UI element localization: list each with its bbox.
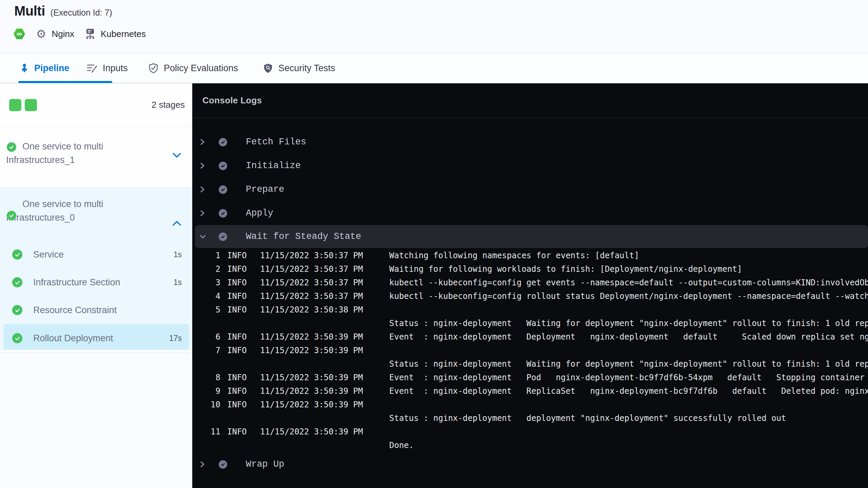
stage-item-infrastructures-1[interactable]: One service to multi Infrastructures_1 — [0, 127, 192, 187]
chevron-right-icon[interactable] — [199, 461, 205, 468]
execution-tab-bar: Pipeline Inputs Policy Eval — [0, 54, 868, 83]
log-line: 9INFO11/15/2022 3:50:39 PMEvent : nginx-… — [192, 384, 868, 398]
log-line-number: 7 — [192, 346, 220, 355]
success-check-icon — [219, 138, 227, 146]
app-header: Multi (Execution Id: 7) ∞ ⚙ Nginx — [0, 0, 868, 54]
log-timestamp: 11/15/2022 3:50:39 PM — [260, 332, 363, 342]
log-message: Status : nginx-deployment Waiting for de… — [389, 359, 868, 369]
log-level: INFO — [227, 305, 247, 314]
console-step-wrap-up[interactable]: Wrap Up — [192, 452, 868, 476]
stages-summary-bar: 2 stages — [0, 83, 192, 127]
console-step-fetch-files[interactable]: Fetch Files — [192, 130, 868, 154]
console-log-lines: 1INFO11/15/2022 3:50:37 PMWatching follo… — [192, 249, 868, 452]
services-row: ∞ ⚙ Nginx — [14, 28, 146, 40]
stage-item-infrastructures-0[interactable]: One service to multi Infrastructures_0 — [0, 197, 192, 241]
policy-evaluations-icon — [149, 63, 158, 74]
log-message: Waiting for following workloads to finis… — [389, 264, 868, 274]
success-check-icon — [12, 249, 22, 260]
log-timestamp: 11/15/2022 3:50:37 PM — [260, 291, 363, 301]
success-check-icon — [219, 209, 227, 218]
stage-success-square — [9, 99, 21, 111]
log-level: INFO — [227, 264, 247, 274]
console-step-name: Apply — [246, 208, 273, 218]
stage-count-label: 2 stages — [152, 100, 185, 110]
pipeline-icon — [20, 63, 29, 73]
tab-inputs[interactable]: Inputs — [87, 54, 128, 83]
step-duration: 1s — [174, 250, 182, 259]
console-step-name: Wait for Steady State — [246, 231, 361, 242]
chevron-right-icon[interactable] — [199, 210, 205, 217]
tab-security-tests[interactable]: Security Tests — [263, 54, 335, 83]
security-tests-icon — [263, 63, 273, 74]
log-line-number: 2 — [192, 264, 220, 274]
log-line: 8INFO11/15/2022 3:50:39 PMEvent : nginx-… — [192, 371, 868, 384]
console-step-name: Wrap Up — [246, 459, 284, 469]
log-line: Status : nginx-deployment Waiting for de… — [192, 317, 868, 330]
log-line: 2INFO11/15/2022 3:50:37 PMWaiting for fo… — [192, 262, 868, 276]
log-level: INFO — [227, 346, 247, 355]
log-line-number: 8 — [192, 373, 220, 382]
chevron-right-icon[interactable] — [199, 139, 205, 145]
tab-policy-evaluations[interactable]: Policy Evaluations — [149, 54, 238, 83]
log-timestamp: 11/15/2022 3:50:38 PM — [260, 305, 363, 314]
gear-icon: ⚙ — [36, 28, 46, 40]
sidebar-step-rollout-deployment[interactable]: Rollout Deployment 17s — [4, 324, 189, 352]
stage-success-square — [25, 99, 37, 111]
console-title: Console Logs — [202, 95, 262, 106]
log-line-number: 9 — [192, 386, 220, 396]
chevron-down-icon[interactable] — [199, 233, 206, 240]
step-name: Resource Constraint — [33, 305, 117, 316]
tab-label: Pipeline — [34, 63, 70, 74]
console-logs-panel[interactable]: Console Logs Fetch Files Initializ — [192, 83, 868, 488]
step-duration: 17s — [169, 334, 182, 343]
log-message: kubectl --kubeconfig=config get events -… — [389, 278, 868, 287]
stage-name: One service to multi Infrastructures_1 — [6, 140, 159, 167]
success-check-icon — [219, 232, 227, 241]
console-step-wait-for-steady-state[interactable]: Wait for Steady State — [195, 225, 868, 248]
step-name: Rollout Deployment — [33, 333, 113, 344]
sidebar-step-infrastructure-section[interactable]: Infrastructure Section 1s — [4, 268, 189, 296]
service-badge-nginx[interactable]: ⚙ Nginx — [36, 28, 74, 40]
stage-section-infrastructures-0: One service to multi Infrastructures_0 S… — [0, 187, 192, 350]
chevron-right-icon[interactable] — [199, 162, 205, 169]
sidebar-step-service[interactable]: Service 1s — [4, 241, 189, 268]
log-line: 4INFO11/15/2022 3:50:37 PMkubectl --kube… — [192, 289, 868, 303]
log-message: Watching following namespaces for events… — [389, 251, 868, 260]
log-line: Done. — [192, 439, 868, 452]
log-line-number: 6 — [192, 332, 220, 342]
harness-cd-icon: ∞ — [14, 28, 25, 40]
environment-label: Kubernetes — [101, 29, 146, 39]
log-level: INFO — [227, 400, 247, 409]
log-line-number: 10 — [192, 400, 220, 409]
chevron-up-icon[interactable] — [172, 220, 181, 227]
log-line: 6INFO11/15/2022 3:50:39 PMEvent : nginx-… — [192, 330, 868, 344]
success-check-icon — [219, 162, 227, 170]
log-message: Event : nginx-deployment Pod nginx-deplo… — [389, 373, 868, 382]
console-steps: Fetch Files Initialize Prepare — [192, 130, 868, 476]
log-line-number: 1 — [192, 251, 220, 260]
log-line-number: 11 — [192, 427, 220, 436]
active-tab-underline — [18, 81, 112, 83]
success-check-icon — [7, 211, 16, 220]
execution-id-label: (Execution Id: 7) — [51, 8, 112, 18]
console-step-initialize[interactable]: Initialize — [192, 154, 868, 178]
log-timestamp: 11/15/2022 3:50:37 PM — [260, 264, 363, 274]
console-step-name: Initialize — [246, 161, 301, 171]
log-line-number: 4 — [192, 291, 220, 301]
tab-label: Policy Evaluations — [164, 63, 238, 74]
environment-badge-kubernetes[interactable]: Kubernetes — [85, 28, 146, 40]
sidebar-step-resource-constraint[interactable]: Resource Constraint — [4, 296, 189, 324]
chevron-right-icon[interactable] — [199, 186, 205, 193]
success-check-icon — [219, 185, 227, 194]
pipeline-execution-screen: Multi (Execution Id: 7) ∞ ⚙ Nginx — [0, 0, 868, 488]
success-check-icon — [12, 277, 22, 287]
log-line: 10INFO11/15/2022 3:50:39 PM — [192, 398, 868, 411]
log-level: INFO — [227, 278, 247, 287]
tab-pipeline[interactable]: Pipeline — [20, 54, 70, 83]
console-step-apply[interactable]: Apply — [192, 201, 868, 225]
console-step-prepare[interactable]: Prepare — [192, 178, 868, 201]
log-line: 7INFO11/15/2022 3:50:39 PM — [192, 344, 868, 357]
log-message: Event : nginx-deployment ReplicaSet ngin… — [389, 386, 868, 396]
log-level: INFO — [227, 291, 247, 301]
chevron-down-icon[interactable] — [172, 152, 181, 160]
